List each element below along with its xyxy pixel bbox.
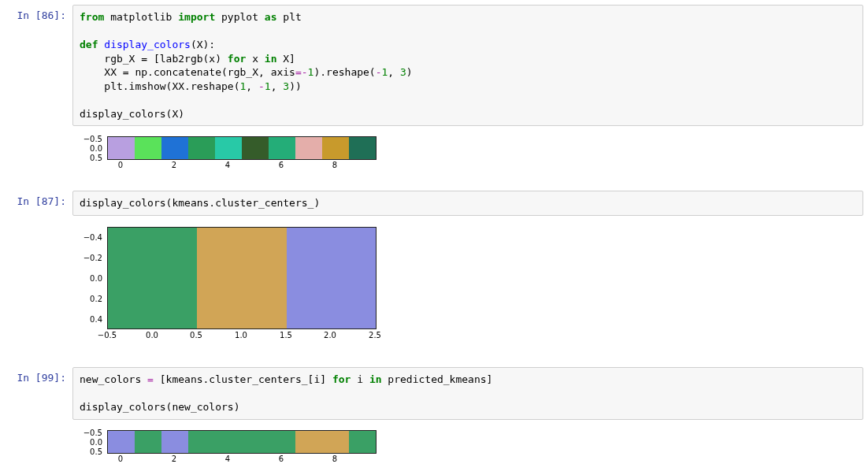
kw-from: from — [80, 11, 104, 23]
xtick: 8 — [332, 161, 337, 169]
prompt-87: In [87]: — [5, 191, 72, 216]
swatch — [322, 431, 349, 453]
ytick: −0.2 — [79, 254, 102, 262]
output-cell-99: . −0.5 0.0 0.5 0 2 4 6 — [5, 423, 863, 470]
xtick: 0.0 — [146, 331, 158, 340]
ytick: 0.0 — [79, 274, 102, 283]
xtick: 2.5 — [369, 331, 381, 340]
swatch — [188, 431, 215, 453]
tok: display_colors(new_colors) — [80, 401, 240, 413]
xtick: 6 — [279, 455, 284, 463]
kw-def: def — [80, 39, 98, 50]
xtick: 4 — [225, 455, 230, 463]
swatch — [269, 431, 295, 453]
swatch — [135, 137, 161, 159]
tok: pyplot — [221, 11, 258, 23]
swatch — [349, 431, 376, 453]
swatch — [295, 431, 322, 453]
code-input-87[interactable]: display_colors(kmeans.cluster_centers_) — [72, 191, 863, 216]
tok: - — [376, 66, 382, 78]
plot-output-99: −0.5 0.0 0.5 0 2 4 6 8 — [72, 423, 863, 470]
swatch — [349, 137, 376, 159]
code-input-99[interactable]: new_colors = [kmeans.cluster_centers_[i]… — [72, 367, 863, 420]
tok: )) — [289, 80, 302, 92]
prompt-86: In [86]: — [5, 5, 72, 126]
tok: display_colors(kmeans.cluster_centers_) — [80, 197, 320, 209]
prompt-blank: . — [5, 219, 72, 353]
tok: new_colors — [80, 373, 147, 385]
kw-as: as — [265, 11, 277, 23]
ytick: 0.5 — [79, 154, 102, 162]
tok: plt — [283, 11, 301, 23]
xtick: 2 — [172, 455, 176, 463]
kw-import: import — [178, 11, 215, 23]
ytick: 0.0 — [79, 438, 102, 447]
xtick: 2 — [172, 161, 176, 169]
kw-in: in — [369, 373, 382, 385]
tok: - — [258, 80, 265, 92]
swatch — [161, 431, 188, 453]
swatch — [242, 137, 269, 159]
xtick: 4 — [225, 161, 230, 169]
xtick: −0.5 — [98, 331, 117, 340]
swatch — [287, 228, 376, 328]
tok: 3 — [400, 66, 406, 78]
xtick: 2.0 — [324, 331, 336, 340]
plot-output-86: −0.5 0.0 0.5 0 2 4 6 8 — [72, 129, 863, 176]
swatch — [322, 137, 349, 159]
tok: (X): — [191, 39, 215, 50]
code-cell-87: In [87]: display_colors(kmeans.cluster_c… — [5, 191, 863, 216]
xtick: 0.5 — [190, 331, 202, 340]
kw-in: in — [265, 53, 277, 65]
xtick: 1.5 — [280, 331, 292, 340]
tok: i — [351, 373, 369, 385]
tok: , — [388, 66, 400, 78]
tok: = — [295, 66, 302, 78]
xtick: 0 — [118, 455, 123, 463]
tok: rgb_X = [lab2rgb(x) — [80, 53, 228, 65]
tok: 1 — [265, 80, 271, 92]
tok: XX = np.concatenate(rgb_X, axis — [80, 66, 295, 78]
code-cell-99: In [99]: new_colors = [kmeans.cluster_ce… — [5, 367, 863, 420]
swatch — [108, 137, 135, 159]
ytick: 0.0 — [79, 144, 102, 153]
swatch — [161, 137, 188, 159]
tok: plt.imshow(XX.reshape( — [80, 80, 240, 92]
tok: ).reshape( — [313, 66, 375, 78]
swatch — [269, 137, 295, 159]
prompt-99: In [99]: — [5, 367, 72, 420]
tok: , — [246, 80, 258, 92]
output-cell-86: . −0.5 0.0 0.5 0 2 4 6 — [5, 129, 863, 176]
swatch — [108, 228, 197, 328]
ytick: 0.2 — [79, 295, 102, 303]
xtick: 6 — [279, 161, 284, 169]
swatch — [295, 137, 322, 159]
ytick: −0.4 — [79, 233, 102, 242]
tok: x — [246, 53, 264, 65]
tok: matplotlib — [110, 11, 172, 23]
xtick: 1.0 — [235, 331, 247, 340]
swatch — [215, 431, 242, 453]
swatch — [215, 137, 242, 159]
tok: , — [271, 80, 284, 92]
plot-output-87: −0.4 −0.2 0.0 0.2 0.4 −0.5 0.0 0.5 1.0 1… — [72, 219, 863, 353]
swatch — [135, 431, 161, 453]
ytick: −0.5 — [79, 429, 102, 437]
kw-for: for — [228, 53, 246, 65]
xtick: 8 — [332, 455, 337, 463]
tok: X] — [276, 53, 295, 65]
ytick: 0.4 — [79, 315, 102, 324]
xtick: 0 — [118, 161, 123, 169]
output-cell-87: . −0.4 −0.2 0.0 0.2 0.4 −0.5 0.0 0.5 1.0… — [5, 219, 863, 353]
prompt-blank: . — [5, 423, 72, 470]
swatch — [197, 228, 286, 328]
swatch — [188, 137, 215, 159]
tok: 3 — [283, 80, 289, 92]
swatch — [108, 431, 135, 453]
ytick: −0.5 — [79, 135, 102, 143]
code-input-86[interactable]: from matplotlib import pyplot as plt def… — [72, 5, 863, 126]
tok: ) — [406, 66, 413, 78]
tok: [kmeans.cluster_centers_[i] — [154, 373, 332, 385]
prompt-blank: . — [5, 129, 72, 176]
tok: display_colors(X) — [80, 108, 184, 120]
